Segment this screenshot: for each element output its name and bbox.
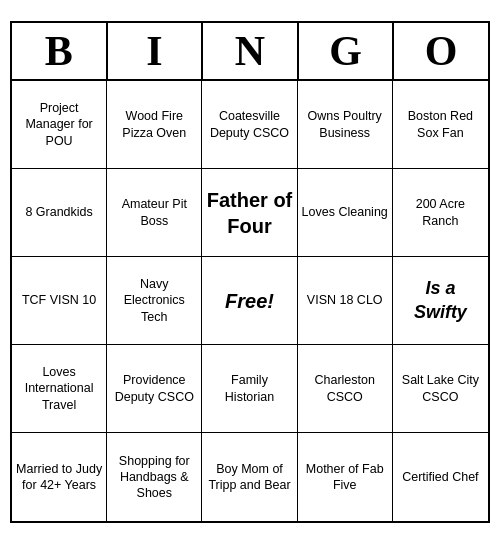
bingo-cell-14: Is a Swifty — [393, 257, 488, 345]
bingo-cell-0: Project Manager for POU — [12, 81, 107, 169]
cell-text-17: Family Historian — [206, 372, 292, 405]
bingo-cell-24: Certified Chef — [393, 433, 488, 521]
header-letter-N: N — [203, 23, 299, 79]
bingo-cell-2: Coatesville Deputy CSCO — [202, 81, 297, 169]
bingo-cell-13: VISN 18 CLO — [298, 257, 393, 345]
cell-text-11: Navy Electronics Tech — [111, 276, 197, 325]
bingo-cell-15: Loves International Travel — [12, 345, 107, 433]
bingo-cell-6: Amateur Pit Boss — [107, 169, 202, 257]
cell-text-9: 200 Acre Ranch — [397, 196, 484, 229]
cell-text-20: Married to Judy for 42+ Years — [16, 461, 102, 494]
cell-text-8: Loves Cleaning — [302, 204, 388, 220]
bingo-cell-3: Owns Poultry Business — [298, 81, 393, 169]
bingo-cell-17: Family Historian — [202, 345, 297, 433]
bingo-cell-4: Boston Red Sox Fan — [393, 81, 488, 169]
bingo-grid: Project Manager for POUWood Fire Pizza O… — [12, 81, 488, 521]
cell-text-10: TCF VISN 10 — [22, 292, 96, 308]
bingo-cell-16: Providence Deputy CSCO — [107, 345, 202, 433]
header-letter-B: B — [12, 23, 108, 79]
cell-text-2: Coatesville Deputy CSCO — [206, 108, 292, 141]
cell-text-16: Providence Deputy CSCO — [111, 372, 197, 405]
bingo-cell-23: Mother of Fab Five — [298, 433, 393, 521]
cell-text-14: Is a Swifty — [397, 277, 484, 324]
bingo-cell-22: Boy Mom of Tripp and Bear — [202, 433, 297, 521]
bingo-cell-7: Father of Four — [202, 169, 297, 257]
cell-text-15: Loves International Travel — [16, 364, 102, 413]
bingo-cell-10: TCF VISN 10 — [12, 257, 107, 345]
bingo-cell-8: Loves Cleaning — [298, 169, 393, 257]
cell-text-5: 8 Grandkids — [25, 204, 92, 220]
cell-text-7: Father of Four — [206, 187, 292, 239]
cell-text-3: Owns Poultry Business — [302, 108, 388, 141]
bingo-cell-18: Charleston CSCO — [298, 345, 393, 433]
cell-text-23: Mother of Fab Five — [302, 461, 388, 494]
cell-text-0: Project Manager for POU — [16, 100, 102, 149]
bingo-cell-9: 200 Acre Ranch — [393, 169, 488, 257]
header-letter-O: O — [394, 23, 488, 79]
cell-text-1: Wood Fire Pizza Oven — [111, 108, 197, 141]
bingo-cell-5: 8 Grandkids — [12, 169, 107, 257]
bingo-cell-12: Free! — [202, 257, 297, 345]
header-letter-G: G — [299, 23, 395, 79]
cell-text-6: Amateur Pit Boss — [111, 196, 197, 229]
bingo-cell-21: Shopping for Handbags & Shoes — [107, 433, 202, 521]
cell-text-22: Boy Mom of Tripp and Bear — [206, 461, 292, 494]
cell-text-18: Charleston CSCO — [302, 372, 388, 405]
bingo-header: BINGO — [12, 23, 488, 81]
bingo-cell-11: Navy Electronics Tech — [107, 257, 202, 345]
bingo-cell-20: Married to Judy for 42+ Years — [12, 433, 107, 521]
cell-text-19: Salt Lake City CSCO — [397, 372, 484, 405]
cell-text-4: Boston Red Sox Fan — [397, 108, 484, 141]
bingo-cell-1: Wood Fire Pizza Oven — [107, 81, 202, 169]
cell-text-24: Certified Chef — [402, 469, 478, 485]
bingo-cell-19: Salt Lake City CSCO — [393, 345, 488, 433]
header-letter-I: I — [108, 23, 204, 79]
cell-text-21: Shopping for Handbags & Shoes — [111, 453, 197, 502]
cell-text-12: Free! — [225, 288, 274, 314]
bingo-card: BINGO Project Manager for POUWood Fire P… — [10, 21, 490, 523]
cell-text-13: VISN 18 CLO — [307, 292, 383, 308]
